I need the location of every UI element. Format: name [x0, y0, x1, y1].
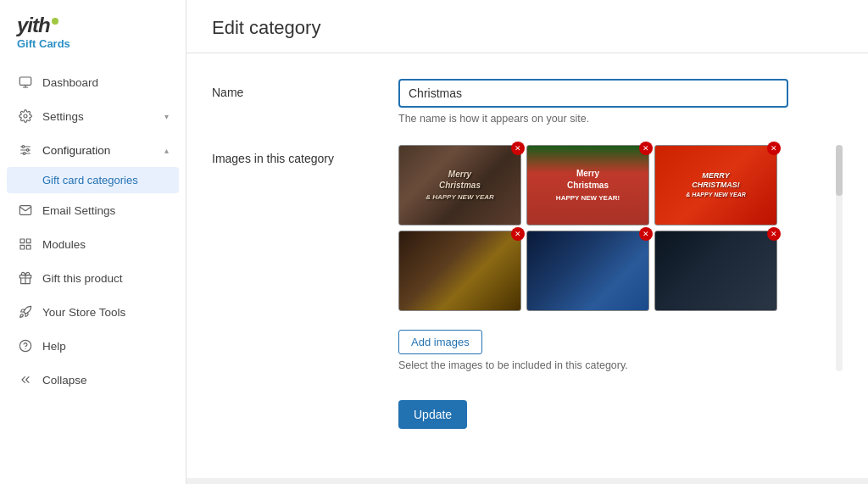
- sidebar-item-settings-label: Settings: [42, 110, 164, 123]
- svg-point-8: [26, 149, 29, 152]
- svg-rect-13: [26, 245, 31, 249]
- page-title: Edit category: [212, 17, 843, 39]
- remove-image-6-button[interactable]: ✕: [767, 227, 781, 241]
- image-2-text: MerryChristmasHAPPY NEW YEAR!: [556, 168, 620, 203]
- svg-rect-0: [19, 77, 31, 85]
- sidebar-item-modules-label: Modules: [42, 238, 169, 251]
- remove-image-3-button[interactable]: ✕: [767, 142, 781, 155]
- sidebar-item-gift-product[interactable]: Gift this product: [0, 261, 186, 295]
- sidebar-subitem-gift-card-categories-label: Gift card categories: [42, 174, 138, 186]
- images-scrollbar[interactable]: [836, 145, 843, 371]
- logo-dot: [52, 18, 58, 25]
- update-button[interactable]: Update: [398, 400, 467, 429]
- name-field-container: The name is how it appears on your site.: [398, 79, 843, 125]
- grid-icon: [17, 236, 34, 253]
- images-hint: Select the images to be included in this…: [398, 359, 829, 371]
- monitor-icon: [17, 74, 34, 91]
- image-wrapper-5: ✕: [526, 231, 649, 311]
- page-body: Name The name is how it appears on your …: [186, 53, 868, 478]
- sidebar-item-dashboard[interactable]: Dashboard: [0, 65, 186, 99]
- logo-subtitle: Gift Cards: [17, 37, 70, 50]
- image-wrapper-4: ✕: [398, 231, 521, 311]
- remove-image-4-button[interactable]: ✕: [511, 227, 525, 241]
- svg-point-9: [23, 153, 25, 155]
- sidebar-item-dashboard-label: Dashboard: [42, 76, 169, 89]
- name-hint: The name is how it appears on your site.: [398, 113, 843, 125]
- svg-rect-11: [26, 239, 31, 243]
- remove-image-1-button[interactable]: ✕: [511, 142, 525, 155]
- svg-point-3: [24, 114, 27, 118]
- sliders-icon: [17, 142, 34, 159]
- svg-rect-10: [20, 239, 25, 243]
- image-6: [654, 231, 777, 311]
- sidebar-item-email-settings[interactable]: Email Settings: [0, 193, 186, 227]
- image-wrapper-1: MerryChristmas& HAPPY NEW YEAR ✕: [398, 145, 521, 225]
- sidebar-item-help-label: Help: [42, 340, 169, 353]
- update-row: Update: [398, 392, 843, 429]
- sidebar-item-modules[interactable]: Modules: [0, 227, 186, 261]
- sidebar-item-email-settings-label: Email Settings: [42, 204, 169, 217]
- images-container: MerryChristmas& HAPPY NEW YEAR ✕ MerryCh…: [398, 145, 805, 311]
- sidebar-item-gift-product-label: Gift this product: [42, 272, 169, 285]
- sidebar: yith Gift Cards Dashboard Settings ▾ Con…: [0, 0, 186, 484]
- sidebar-item-collapse-label: Collapse: [42, 374, 169, 387]
- image-3: MERRYCHRISTMAS!& HAPPY NEW YEAR: [654, 145, 777, 225]
- images-column: MerryChristmas& HAPPY NEW YEAR ✕ MerryCh…: [398, 145, 829, 371]
- remove-image-2-button[interactable]: ✕: [639, 142, 653, 155]
- image-1: MerryChristmas& HAPPY NEW YEAR: [398, 145, 521, 225]
- image-3-text: MERRYCHRISTMAS!& HAPPY NEW YEAR: [686, 171, 746, 198]
- chevrons-left-icon: [17, 371, 34, 388]
- rocket-icon: [17, 303, 34, 320]
- sidebar-item-store-tools-label: Your Store Tools: [42, 306, 169, 319]
- gift-icon: [17, 270, 34, 287]
- add-images-button[interactable]: Add images: [398, 330, 482, 354]
- sidebar-nav: Dashboard Settings ▾ Configuration ▴ Gif…: [0, 65, 186, 484]
- sidebar-item-help[interactable]: Help: [0, 329, 186, 363]
- name-label: Name: [212, 79, 398, 99]
- chevron-down-icon: ▾: [164, 112, 169, 121]
- images-scrollbar-thumb: [836, 145, 843, 196]
- sidebar-logo: yith Gift Cards: [0, 0, 186, 57]
- svg-point-16: [19, 340, 31, 351]
- add-images-container: Add images Select the images to be inclu…: [398, 321, 829, 371]
- help-circle-icon: [17, 337, 34, 354]
- svg-rect-12: [20, 245, 25, 249]
- page-header: Edit category: [186, 0, 868, 53]
- image-1-text: MerryChristmas& HAPPY NEW YEAR: [426, 169, 494, 202]
- logo-text: yith: [17, 15, 50, 36]
- sidebar-item-settings[interactable]: Settings ▾: [0, 99, 186, 133]
- images-label: Images in this category: [212, 145, 398, 165]
- image-4: [398, 231, 521, 311]
- mail-icon: [17, 202, 34, 219]
- logo-mark: yith: [17, 15, 58, 36]
- remove-image-5-button[interactable]: ✕: [639, 227, 653, 241]
- svg-point-7: [22, 146, 25, 148]
- settings-icon: [17, 108, 34, 125]
- sidebar-item-configuration[interactable]: Configuration ▴: [0, 133, 186, 167]
- image-5: [526, 231, 649, 311]
- name-input[interactable]: [398, 79, 788, 108]
- chevron-up-icon: ▴: [164, 146, 169, 155]
- sidebar-item-configuration-label: Configuration: [42, 144, 164, 157]
- main-content: Edit category Name The name is how it ap…: [186, 0, 868, 484]
- name-form-row: Name The name is how it appears on your …: [212, 79, 843, 125]
- image-2: MerryChristmasHAPPY NEW YEAR!: [526, 145, 649, 225]
- images-field-container: MerryChristmas& HAPPY NEW YEAR ✕ MerryCh…: [398, 145, 843, 371]
- images-scroll-area: MerryChristmas& HAPPY NEW YEAR ✕ MerryCh…: [398, 145, 843, 371]
- image-wrapper-6: ✕: [654, 231, 777, 311]
- sidebar-subitem-gift-card-categories[interactable]: Gift card categories: [7, 167, 179, 193]
- sidebar-item-store-tools[interactable]: Your Store Tools: [0, 295, 186, 329]
- image-wrapper-2: MerryChristmasHAPPY NEW YEAR! ✕: [526, 145, 649, 225]
- images-form-row: Images in this category MerryChristmas& …: [212, 145, 843, 371]
- image-wrapper-3: MERRYCHRISTMAS!& HAPPY NEW YEAR ✕: [654, 145, 777, 225]
- sidebar-item-collapse[interactable]: Collapse: [0, 363, 186, 397]
